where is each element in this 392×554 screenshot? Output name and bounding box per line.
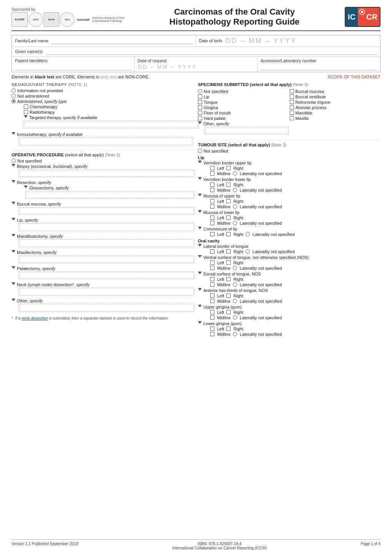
given-names-input[interactable] <box>46 48 377 55</box>
ts-lg-left-checkbox[interactable] <box>210 327 214 331</box>
ts-mll-lat-not-spec-radio[interactable] <box>233 221 237 225</box>
ts-dst-right-checkbox[interactable] <box>226 277 231 281</box>
ts-mucosa-upper-dropdown[interactable] <box>198 194 202 197</box>
ts-att-left-checkbox[interactable] <box>210 294 214 298</box>
neo-radio-checkbox[interactable] <box>24 110 28 114</box>
op-mandibulectomy-textbox[interactable] <box>18 239 194 247</box>
ts-lbt-left-checkbox[interactable] <box>210 249 214 254</box>
op-maxillectomy-dropdown[interactable] <box>12 250 15 254</box>
op-other-textbox[interactable] <box>18 304 194 312</box>
spec-other-textbox[interactable] <box>205 127 289 134</box>
ts-ug-right-checkbox[interactable] <box>226 310 231 314</box>
op-neck-dropdown[interactable] <box>12 282 15 286</box>
op-glossectomy-textbox[interactable] <box>25 191 194 199</box>
op-lip-dropdown[interactable] <box>12 218 15 222</box>
spec-tongue-checkbox[interactable] <box>198 100 202 104</box>
ts-not-specified-radio[interactable] <box>198 149 202 153</box>
ts-mll-right-checkbox[interactable] <box>226 216 231 220</box>
ts-vst-left-checkbox[interactable] <box>210 260 214 265</box>
op-biopsy-dropdown[interactable] <box>12 164 15 168</box>
op-biopsy-textbox[interactable] <box>18 169 194 177</box>
ts-att-midline-checkbox[interactable] <box>210 299 214 303</box>
op-mandibulectomy-dropdown[interactable] <box>12 234 15 238</box>
spec-retromolar-checkbox[interactable] <box>290 100 294 104</box>
ts-ventral-dropdown[interactable] <box>198 255 202 259</box>
ts-dst-midline-checkbox[interactable] <box>210 282 214 287</box>
ts-vll-left-checkbox[interactable] <box>210 182 214 187</box>
ts-vst-right-checkbox[interactable] <box>226 260 231 265</box>
ts-lbt-lat-not-spec-radio[interactable] <box>246 249 250 254</box>
ts-lbt-right-checkbox[interactable] <box>226 249 231 254</box>
neo-targeted-textbox[interactable] <box>24 121 199 128</box>
spec-maxilla-checkbox[interactable] <box>290 116 294 120</box>
ts-att-right-checkbox[interactable] <box>226 294 231 298</box>
ts-vll-lat-not-spec-radio[interactable] <box>233 188 237 192</box>
spec-buccal-vestibule-checkbox[interactable] <box>290 95 294 99</box>
ts-mul-midline-checkbox[interactable] <box>210 204 214 209</box>
ts-dst-left-checkbox[interactable] <box>210 277 214 281</box>
ts-cl-lat-not-spec-radio[interactable] <box>246 232 250 236</box>
ts-vul-midline-checkbox[interactable] <box>210 171 214 176</box>
spec-not-specified-radio[interactable] <box>198 89 202 93</box>
family-name-input[interactable] <box>51 38 193 44</box>
op-buccal-textbox[interactable] <box>18 207 194 215</box>
op-resection-dropdown[interactable] <box>12 180 15 184</box>
neo-immuno-dropdown[interactable] <box>12 132 15 136</box>
ts-mll-midline-checkbox[interactable] <box>210 221 214 225</box>
ts-vll-midline-checkbox[interactable] <box>210 188 214 192</box>
ts-ug-midline-checkbox[interactable] <box>210 315 214 320</box>
neo-targeted-dropdown[interactable] <box>24 115 28 119</box>
ts-lower-gingiva-dropdown[interactable] <box>198 321 202 325</box>
ts-vst-midline-checkbox[interactable] <box>210 266 214 270</box>
accession-input[interactable] <box>261 64 377 70</box>
ts-ug-lat-not-spec-radio[interactable] <box>233 315 237 320</box>
spec-other-dropdown[interactable] <box>198 121 202 125</box>
ts-mul-left-checkbox[interactable] <box>210 199 214 203</box>
spec-gingiva-checkbox[interactable] <box>198 105 202 109</box>
ts-vermilion-lower-dropdown[interactable] <box>198 177 202 181</box>
ts-lateral-border-dropdown[interactable] <box>198 244 202 248</box>
ts-vll-right-checkbox[interactable] <box>226 182 231 187</box>
ts-cl-left-checkbox[interactable] <box>210 232 214 236</box>
ts-lg-right-checkbox[interactable] <box>226 327 231 331</box>
ts-dst-lat-not-spec-radio[interactable] <box>233 282 237 287</box>
neo-chemo-checkbox[interactable] <box>24 104 28 109</box>
ts-anterior-dropdown[interactable] <box>198 288 202 292</box>
neo-administered-radio[interactable] <box>12 99 16 103</box>
op-palatectomy-dropdown[interactable] <box>12 266 15 270</box>
spec-floor-mouth-checkbox[interactable] <box>198 111 202 115</box>
ts-att-lat-not-spec-radio[interactable] <box>233 299 237 303</box>
neo-info-radio[interactable] <box>12 88 16 93</box>
op-not-specified-radio[interactable] <box>12 159 16 163</box>
spec-lip-checkbox[interactable] <box>198 95 202 99</box>
ts-dorsal-dropdown[interactable] <box>198 272 202 275</box>
op-neck-textbox[interactable] <box>18 288 194 295</box>
spec-mandible-checkbox[interactable] <box>290 111 294 115</box>
op-glossectomy-dropdown[interactable] <box>24 186 28 189</box>
ts-ug-left-checkbox[interactable] <box>210 310 214 314</box>
patient-id-input[interactable] <box>15 64 131 70</box>
ts-upper-gingiva-dropdown[interactable] <box>198 305 202 309</box>
neo-immuno-textbox[interactable] <box>18 138 193 145</box>
ts-mul-right-checkbox[interactable] <box>226 199 231 203</box>
ts-lg-lat-not-spec-radio[interactable] <box>233 332 237 336</box>
spec-alveolar-checkbox[interactable] <box>290 105 294 109</box>
scope-link[interactable]: SCOPE OF THIS DATASET <box>328 75 380 79</box>
ts-vermilion-upper-dropdown[interactable] <box>198 161 202 164</box>
spec-buccal-mucosa-checkbox[interactable] <box>290 89 294 93</box>
ts-cl-right-checkbox[interactable] <box>226 232 231 236</box>
ts-commissure-dropdown[interactable] <box>198 227 202 231</box>
ts-lg-midline-checkbox[interactable] <box>210 332 214 336</box>
op-other-dropdown[interactable] <box>12 299 15 302</box>
ts-vst-lat-not-spec-radio[interactable] <box>233 266 237 270</box>
ts-vul-lat-not-spec-radio[interactable] <box>233 171 237 176</box>
ts-vul-right-checkbox[interactable] <box>226 166 231 170</box>
ts-mucosa-lower-dropdown[interactable] <box>198 210 202 214</box>
ts-vul-left-checkbox[interactable] <box>210 166 214 170</box>
spec-hard-palate-checkbox[interactable] <box>198 116 202 120</box>
op-maxillectomy-textbox[interactable] <box>18 255 194 263</box>
ts-mll-left-checkbox[interactable] <box>210 216 214 220</box>
neo-not-admin-radio[interactable] <box>12 94 16 98</box>
op-palatectomy-textbox[interactable] <box>18 272 194 279</box>
neck-dissection-link[interactable]: neck dissection <box>22 316 48 320</box>
